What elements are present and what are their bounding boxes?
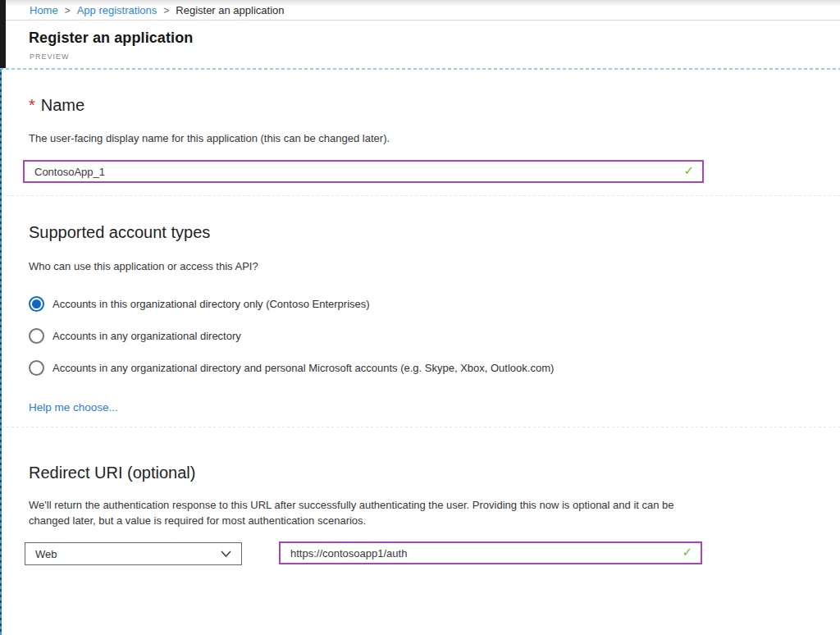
app-name-input[interactable]: ContosoApp_1 ✓ — [23, 160, 704, 183]
radio-label: Accounts in any organizational directory… — [52, 362, 554, 374]
chevron-down-icon — [221, 550, 231, 558]
redirect-uri-section-title: Redirect URI (optional) — [29, 464, 195, 482]
required-asterisk: * — [29, 96, 35, 114]
header-divider — [6, 20, 840, 21]
radio-icon — [29, 360, 44, 376]
radio-label: Accounts in any organizational directory — [52, 330, 241, 342]
dashed-border-left — [0, 69, 2, 635]
breadcrumb-app-registrations-link[interactable]: App registrations — [77, 4, 158, 16]
name-section-title: *Name — [29, 96, 84, 115]
preview-badge: PREVIEW — [30, 53, 70, 61]
left-edge-bar — [0, 0, 6, 69]
breadcrumb-home-link[interactable]: Home — [30, 4, 58, 16]
dashed-divider-top — [0, 68, 840, 70]
radio-option-any-directory-personal[interactable]: Accounts in any organizational directory… — [29, 359, 554, 377]
breadcrumb-separator: > — [65, 5, 71, 16]
faint-divider — [2, 195, 840, 196]
name-section-description: The user-facing display name for this ap… — [29, 130, 390, 146]
account-types-section-title: Supported account types — [29, 223, 210, 242]
radio-icon — [29, 296, 44, 312]
redirect-uri-value: https://contosoapp1/auth — [290, 547, 407, 560]
breadcrumb-separator: > — [163, 5, 169, 16]
breadcrumb-current: Register an application — [176, 4, 284, 16]
app-name-value: ContosoApp_1 — [34, 166, 105, 178]
redirect-type-dropdown[interactable]: Web — [25, 542, 242, 565]
radio-icon — [29, 328, 44, 344]
redirect-type-value: Web — [35, 548, 57, 560]
page-title: Register an application — [29, 30, 193, 47]
valid-checkmark-icon: ✓ — [682, 545, 692, 560]
help-me-choose-link[interactable]: Help me choose... — [29, 401, 118, 413]
redirect-uri-input[interactable]: https://contosoapp1/auth ✓ — [279, 541, 702, 564]
register-application-page: Home>App registrations>Register an appli… — [0, 0, 840, 635]
radio-option-any-directory[interactable]: Accounts in any organizational directory — [29, 327, 241, 345]
valid-checkmark-icon: ✓ — [683, 163, 694, 178]
radio-option-this-directory[interactable]: Accounts in this organizational director… — [29, 295, 370, 313]
redirect-uri-description: We'll return the authentication response… — [29, 497, 701, 528]
radio-label: Accounts in this organizational director… — [52, 298, 370, 310]
breadcrumb: Home>App registrations>Register an appli… — [30, 4, 285, 16]
faint-divider — [2, 427, 840, 427]
account-types-description: Who can use this application or access t… — [29, 258, 258, 274]
